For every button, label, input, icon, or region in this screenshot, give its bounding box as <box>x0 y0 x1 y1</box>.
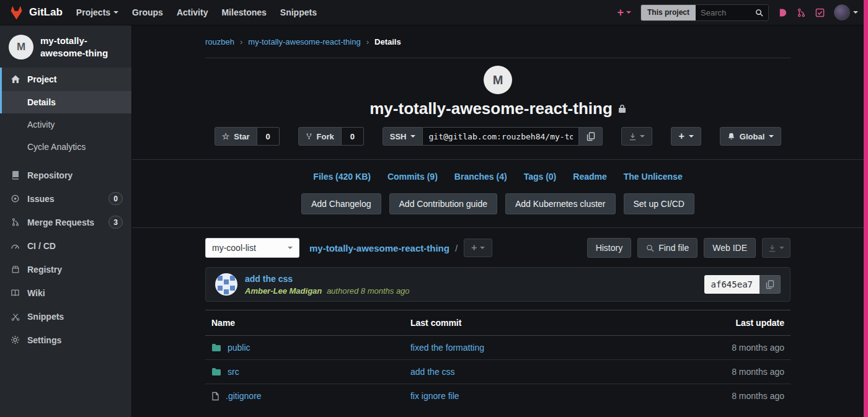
add-changelog-button[interactable]: Add Changelog <box>301 193 381 214</box>
commit-sha-group: af645ea7 <box>704 275 781 294</box>
sidebar-item-repository[interactable]: Repository <box>0 164 131 187</box>
merge-requests-icon[interactable] <box>797 8 806 17</box>
table-row: public fixed the formatting 8 months ago <box>205 336 790 360</box>
commit-author-avatar[interactable] <box>215 273 237 296</box>
nav-item-activity[interactable]: Activity <box>177 7 208 17</box>
folder-icon <box>211 343 221 352</box>
commit-info: add the css Amber-Lee Madigan authored 8… <box>245 274 410 296</box>
copy-icon <box>587 132 595 141</box>
gitlab-logo[interactable]: GitLab <box>9 5 63 20</box>
sidebar-item-settings[interactable]: Settings <box>0 328 131 352</box>
commit-sha: af645ea7 <box>704 275 760 294</box>
top-navbar: GitLab Projects Groups Activity Mileston… <box>0 0 868 25</box>
last-update-text: 8 months ago <box>732 391 784 401</box>
breadcrumb-project[interactable]: my-totally-awesome-react-thing <box>248 37 360 46</box>
copy-icon <box>766 280 774 289</box>
nav-item-groups[interactable]: Groups <box>132 7 163 17</box>
setup-cicd-button[interactable]: Set up CI/CD <box>624 193 694 214</box>
sidebar-item-issues[interactable]: Issues 0 <box>0 187 131 211</box>
file-name-link[interactable]: public <box>228 343 250 353</box>
star-count[interactable]: 0 <box>257 127 280 146</box>
nav-item-snippets[interactable]: Snippets <box>280 7 317 17</box>
registry-icon <box>10 265 20 274</box>
history-button[interactable]: History <box>587 238 632 258</box>
project-avatar: M <box>9 35 33 59</box>
todos-icon[interactable] <box>815 8 825 17</box>
sidebar-item-project[interactable]: Project <box>0 68 131 91</box>
sidebar-item-wiki[interactable]: Wiki <box>0 281 131 305</box>
search-scope-badge[interactable]: This project <box>641 5 696 20</box>
page-title: my-totally-awesome-react-thing <box>205 99 790 118</box>
fork-icon <box>306 132 312 141</box>
clone-protocol-dropdown[interactable]: SSH <box>383 127 423 146</box>
sidebar-item-cycle-analytics[interactable]: Cycle Analytics <box>0 136 131 158</box>
commit-message-link[interactable]: fix ignore file <box>410 391 459 401</box>
project-actions: ☆ Star 0 Fork 0 SSH <box>205 127 790 146</box>
user-avatar <box>834 4 850 20</box>
chevron-down-icon <box>626 11 631 14</box>
add-contribution-guide-button[interactable]: Add Contribution guide <box>389 193 497 214</box>
branch-selector[interactable]: my-cool-list <box>205 238 299 258</box>
download-archive-dropdown[interactable] <box>762 238 790 258</box>
sidebar-item-cicd[interactable]: CI / CD <box>0 234 131 258</box>
star-button[interactable]: ☆ Star <box>215 127 257 146</box>
fork-button[interactable]: Fork <box>298 127 342 146</box>
file-name-link[interactable]: src <box>228 367 239 377</box>
plus-icon: + <box>471 243 477 253</box>
issues-icon[interactable] <box>778 8 787 17</box>
add-file-dropdown[interactable]: + <box>464 239 492 257</box>
fork-count[interactable]: 0 <box>342 127 364 146</box>
fork-group: Fork 0 <box>298 127 364 146</box>
sidebar-item-snippets[interactable]: Snippets <box>0 305 131 328</box>
tree-breadcrumb: my-totally-awesome-react-thing / <box>309 243 458 253</box>
tree-toolbar: my-cool-list my-totally-awesome-react-th… <box>205 238 790 258</box>
branches-link[interactable]: Branches (4) <box>454 172 507 182</box>
sidebar-item-activity[interactable]: Activity <box>0 113 131 136</box>
find-file-button[interactable]: Find file <box>637 238 698 258</box>
readme-link[interactable]: Readme <box>573 172 606 182</box>
merge-requests-count-badge: 3 <box>108 216 123 229</box>
folder-icon <box>211 367 221 376</box>
table-row: src add the css 8 months ago <box>205 360 790 384</box>
last-commit-panel: add the css Amber-Lee Madigan authored 8… <box>205 267 790 302</box>
issues-count-badge: 0 <box>108 192 123 205</box>
copy-clone-url-button[interactable] <box>579 127 603 146</box>
page-scrollbar[interactable] <box>864 0 868 417</box>
commit-message-link[interactable]: add the css <box>410 367 455 377</box>
notifications-dropdown[interactable]: Global <box>720 127 781 146</box>
files-link[interactable]: Files (420 KB) <box>313 172 371 182</box>
web-ide-button[interactable]: Web IDE <box>704 238 756 258</box>
add-kubernetes-cluster-button[interactable]: Add Kubernetes cluster <box>505 193 616 214</box>
commit-meta: Amber-Lee Madigan authored 8 months ago <box>245 286 410 296</box>
commit-author-link[interactable]: Amber-Lee Madigan <box>245 286 322 296</box>
new-dropdown-button[interactable]: + <box>617 7 631 18</box>
project-avatar-large: M <box>484 66 512 94</box>
commits-link[interactable]: Commits (9) <box>388 172 438 182</box>
search-input[interactable] <box>696 8 755 17</box>
breadcrumb: rouzbeh › my-totally-awesome-react-thing… <box>205 25 790 58</box>
user-menu[interactable] <box>834 4 858 20</box>
nav-item-projects[interactable]: Projects <box>76 7 118 17</box>
license-link[interactable]: The Unlicense <box>624 172 683 182</box>
column-header-last-update: Last update <box>662 310 790 336</box>
breadcrumb-separator: › <box>240 37 242 46</box>
tree-root-link[interactable]: my-totally-awesome-react-thing <box>309 243 450 253</box>
search-icon[interactable] <box>755 9 763 17</box>
breadcrumb-namespace[interactable]: rouzbeh <box>205 37 234 46</box>
download-source-dropdown[interactable] <box>621 127 652 146</box>
path-separator: / <box>455 243 458 253</box>
tags-link[interactable]: Tags (0) <box>524 172 557 182</box>
sidebar-project-header[interactable]: M my-totally-awesome-thing <box>0 25 131 68</box>
new-item-dropdown[interactable]: + <box>671 127 701 146</box>
nav-item-milestones[interactable]: Milestones <box>221 7 266 17</box>
clone-url-input[interactable] <box>423 127 579 146</box>
commit-title-link[interactable]: add the css <box>245 274 410 284</box>
download-icon <box>629 133 637 141</box>
files-table: Name Last commit Last update public <box>205 310 790 408</box>
sidebar-item-details[interactable]: Details <box>0 91 131 113</box>
sidebar-item-registry[interactable]: Registry <box>0 258 131 281</box>
sidebar-item-merge-requests[interactable]: Merge Requests 3 <box>0 211 131 234</box>
file-name-link[interactable]: .gitignore <box>226 391 262 401</box>
copy-sha-button[interactable] <box>760 275 781 294</box>
commit-message-link[interactable]: fixed the formatting <box>410 343 484 353</box>
